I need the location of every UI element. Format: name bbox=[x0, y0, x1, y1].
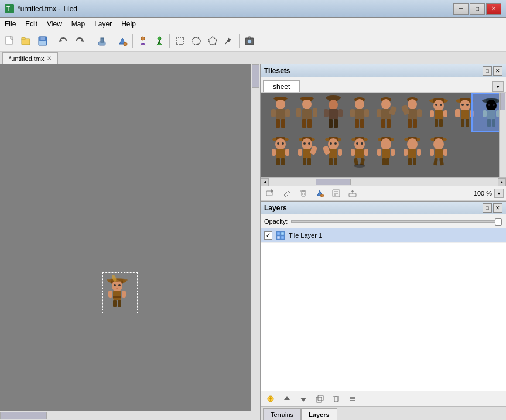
new-button[interactable] bbox=[2, 33, 18, 49]
save-button[interactable] bbox=[35, 33, 50, 49]
fill-bucket-btn[interactable] bbox=[312, 186, 327, 201]
svg-point-184 bbox=[321, 194, 324, 197]
svg-point-95 bbox=[466, 104, 469, 106]
opacity-slider[interactable] bbox=[291, 220, 502, 223]
svg-rect-65 bbox=[355, 119, 359, 128]
menu-file[interactable]: File bbox=[0, 18, 20, 30]
svg-point-171 bbox=[433, 138, 444, 150]
layer-name-0: Tile Layer 1 bbox=[289, 232, 322, 239]
ellipse-select[interactable] bbox=[189, 33, 204, 49]
svg-rect-46 bbox=[302, 109, 312, 119]
svg-point-114 bbox=[275, 138, 286, 150]
menu-edit[interactable]: Edit bbox=[20, 18, 42, 30]
remove-tileset-btn[interactable] bbox=[296, 186, 311, 201]
tab-title: *untitled.tmx bbox=[9, 55, 45, 62]
svg-rect-204 bbox=[334, 397, 338, 402]
layers-close-btn[interactable]: ✕ bbox=[493, 203, 502, 213]
canvas-area[interactable] bbox=[0, 64, 260, 420]
svg-rect-4 bbox=[22, 37, 25, 40]
rect-select[interactable] bbox=[172, 33, 187, 49]
tileset-dropdown-btn[interactable]: ▾ bbox=[492, 81, 504, 92]
menu-map[interactable]: Map bbox=[67, 18, 90, 30]
select-person-tool[interactable] bbox=[135, 33, 151, 49]
tileset-zoom-dropdown[interactable]: ▾ bbox=[494, 189, 504, 198]
stamp-tool[interactable] bbox=[93, 33, 114, 49]
svg-rect-131 bbox=[307, 158, 311, 165]
canvas-vscroll[interactable] bbox=[251, 64, 260, 411]
svg-rect-47 bbox=[296, 108, 301, 117]
add-layer-btn[interactable] bbox=[263, 391, 278, 407]
svg-point-155 bbox=[381, 138, 391, 150]
tileset-tab-sheet[interactable]: sheet bbox=[263, 80, 300, 92]
tilesets-title: Tilesets bbox=[264, 67, 290, 75]
arrow-tool[interactable] bbox=[221, 33, 237, 49]
right-panel: Tilesets □ ✕ sheet ▾ bbox=[260, 64, 506, 420]
svg-point-13 bbox=[141, 37, 145, 40]
screenshot-tool[interactable] bbox=[242, 33, 257, 49]
add-tileset-btn[interactable] bbox=[263, 186, 278, 201]
polygon-select[interactable] bbox=[205, 33, 220, 49]
svg-point-53 bbox=[329, 100, 338, 110]
tileset-hscroll-right[interactable]: ▸ bbox=[498, 178, 506, 186]
bottom-tab-bar: Terrains Layers bbox=[261, 406, 506, 420]
layer-visibility-checkbox-0[interactable]: ✓ bbox=[264, 231, 272, 240]
sprite-2-3[interactable] bbox=[420, 132, 457, 170]
tileset-hscroll-thumb[interactable] bbox=[316, 179, 351, 185]
layer-type-icon-0 bbox=[276, 231, 285, 240]
svg-rect-167 bbox=[408, 158, 412, 165]
maximize-button[interactable]: □ bbox=[470, 3, 485, 15]
menu-help[interactable]: Help bbox=[117, 18, 141, 30]
move-layer-down-btn[interactable] bbox=[296, 391, 311, 407]
layers-tab[interactable]: Layers bbox=[301, 408, 337, 420]
svg-point-125 bbox=[303, 142, 306, 145]
svg-rect-28 bbox=[113, 291, 121, 300]
minimize-button[interactable]: ─ bbox=[453, 3, 469, 15]
svg-point-152 bbox=[354, 164, 365, 168]
svg-point-21 bbox=[248, 40, 251, 43]
tileset-hscroll-left[interactable]: ◂ bbox=[261, 178, 269, 186]
layers-expand-btn[interactable]: □ bbox=[483, 203, 492, 213]
terrains-tab[interactable]: Terrains bbox=[263, 408, 301, 420]
tilesets-close-btn[interactable]: ✕ bbox=[493, 66, 502, 76]
delete-layer-btn[interactable] bbox=[329, 391, 344, 407]
svg-point-61 bbox=[355, 99, 364, 110]
tileset-toolbar: 100 % ▾ bbox=[261, 186, 506, 201]
svg-rect-118 bbox=[272, 149, 276, 156]
sep5 bbox=[239, 34, 240, 48]
layer-item-0[interactable]: ✓ Tile Layer 1 bbox=[261, 228, 506, 243]
undo-button[interactable] bbox=[56, 33, 71, 49]
svg-rect-39 bbox=[271, 109, 276, 117]
redo-button[interactable] bbox=[72, 33, 87, 49]
canvas-vscroll-thumb[interactable] bbox=[252, 64, 259, 88]
opacity-slider-thumb[interactable] bbox=[495, 218, 502, 226]
open-button[interactable] bbox=[19, 33, 34, 49]
canvas-hscroll[interactable] bbox=[0, 411, 251, 420]
svg-rect-99 bbox=[461, 119, 464, 127]
duplicate-layer-btn[interactable] bbox=[312, 391, 327, 407]
close-button[interactable]: ✕ bbox=[486, 3, 501, 15]
menu-view[interactable]: View bbox=[42, 18, 67, 30]
tileset-hscroll-track[interactable] bbox=[269, 178, 498, 186]
document-tab[interactable]: *untitled.tmx ✕ bbox=[2, 52, 58, 64]
svg-rect-130 bbox=[303, 158, 306, 165]
tileset-hscroll[interactable]: ◂ ▸ bbox=[261, 177, 506, 186]
tileset-vscroll[interactable] bbox=[499, 93, 506, 177]
layer-options-btn[interactable] bbox=[345, 391, 360, 407]
tileset-sprite-area[interactable] bbox=[261, 93, 506, 177]
tab-close-btn[interactable]: ✕ bbox=[47, 55, 52, 62]
canvas-hscroll-thumb[interactable] bbox=[0, 412, 47, 419]
properties-btn[interactable] bbox=[329, 186, 344, 201]
tileset-zoom-label: 100 % bbox=[474, 190, 492, 197]
fill-tool[interactable] bbox=[115, 33, 130, 49]
tileset-vscroll-thumb[interactable] bbox=[500, 93, 505, 110]
tilesets-expand-btn[interactable]: □ bbox=[483, 66, 492, 76]
svg-point-83 bbox=[433, 100, 444, 111]
svg-rect-141 bbox=[334, 158, 337, 165]
menu-layer[interactable]: Layer bbox=[90, 18, 117, 30]
export-btn[interactable] bbox=[345, 186, 360, 201]
move-layer-up-btn[interactable] bbox=[279, 391, 295, 407]
edit-tileset-btn[interactable] bbox=[279, 186, 295, 201]
svg-text:T: T bbox=[6, 6, 10, 12]
pointer-tool[interactable] bbox=[152, 33, 167, 49]
svg-rect-89 bbox=[435, 119, 438, 127]
